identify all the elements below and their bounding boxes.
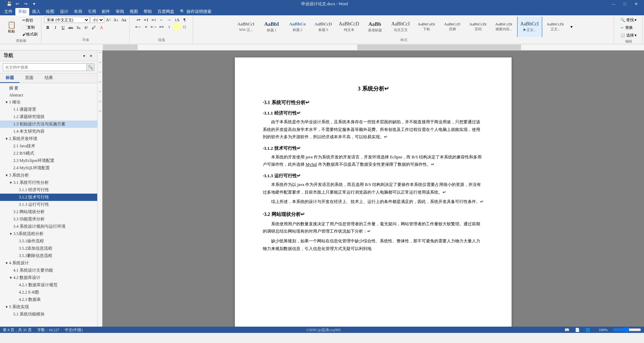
paste-button[interactable]: 📋 粘贴 <box>3 17 20 38</box>
numbering-button[interactable]: ≡1 <box>143 17 150 23</box>
nav-item-3-1-1[interactable]: 3.1.1 经济可行性 <box>0 186 97 194</box>
menu-file[interactable]: 文件 <box>1 8 15 15</box>
minimize-button[interactable]: — <box>608 0 619 7</box>
menu-references[interactable]: 引用 <box>85 8 99 15</box>
style-body-active[interactable]: AaBbCcI ▶正文... <box>517 17 542 37</box>
shrink-font-button[interactable]: A↓ <box>113 17 120 23</box>
nav-tab-headings[interactable]: 标题 <box>0 73 20 83</box>
bullets-button[interactable]: ≡• <box>135 17 142 23</box>
nav-item-1-4[interactable]: 1.4 本文研究内容 <box>0 128 97 135</box>
underline-button[interactable]: U <box>60 24 67 31</box>
document-area[interactable]: 3 系统分析↵ ·3.1 系统可行性分析↵ ·3.1.1 经济可行性↵ 由于本系… <box>102 50 644 327</box>
maximize-button[interactable]: □ <box>620 0 630 7</box>
nav-item-abstract-en[interactable]: Abstract <box>0 92 97 99</box>
nav-item-3-1[interactable]: ▼3.1 系统可行性分析 <box>0 179 97 186</box>
style-subscript[interactable]: AaBbCoDt 下标 <box>414 17 439 37</box>
shading-button[interactable] <box>174 24 181 30</box>
cut-button[interactable]: ✂ 剪切 <box>21 17 39 23</box>
nav-item-2-1[interactable]: 2.1 Java技术 <box>0 142 97 150</box>
select-button[interactable]: ⬜ 选择 ▾ <box>619 32 638 38</box>
nav-item-3-1-3[interactable]: 3.1.3 运行可行性 <box>0 201 97 208</box>
style-plain[interactable]: AaBbCcD 纯文本 <box>337 17 362 37</box>
justify-button[interactable]: ≡≡ <box>158 24 165 30</box>
subscript-button[interactable]: X₂ <box>75 24 82 31</box>
align-center-button[interactable]: ≡ <box>143 24 150 30</box>
nav-tab-pages[interactable]: 页面 <box>20 73 39 83</box>
line-spacing-button[interactable]: ↕ <box>166 24 173 30</box>
italic-button[interactable]: I <box>52 24 59 31</box>
multilevel-button[interactable]: ≡↕ <box>151 17 158 23</box>
save-button[interactable]: 💾 <box>6 0 13 7</box>
nav-item-3-5-3[interactable]: 3.5.3删除信息流程 <box>0 252 97 259</box>
zoom-slider[interactable] <box>613 328 641 332</box>
redo-button[interactable]: ↪ <box>22 0 29 7</box>
nav-search-button[interactable]: 🔍 <box>87 63 94 71</box>
align-left-button[interactable]: ≡← <box>135 24 142 30</box>
nav-item-2-3[interactable]: 2.3 MyEclipse环境配置 <box>0 157 97 164</box>
menu-search[interactable]: 🔍 操作说明搜索 <box>177 8 214 15</box>
clear-format-button[interactable]: Aa <box>120 17 127 23</box>
nav-item-1-1[interactable]: 1.1 课题背景 <box>0 106 97 113</box>
nav-menu-button[interactable]: ▾ <box>81 53 87 59</box>
nav-item-3-4[interactable]: 3.4 系统设计规则与运行环境 <box>0 223 97 230</box>
view-read-button[interactable]: 📖 <box>565 328 569 332</box>
menu-mail[interactable]: 邮件 <box>99 8 113 15</box>
nav-item-2-2[interactable]: 2.2 B/S模式 <box>0 150 97 157</box>
nav-item-3-5[interactable]: ▼3.5系统流程分析 <box>0 230 97 237</box>
nav-item-1-2[interactable]: 1.2 课题研究现状 <box>0 113 97 120</box>
menu-view[interactable]: 视图 <box>127 8 141 15</box>
nav-item-4-2[interactable]: ▼4.2 数据库设计 <box>0 274 97 281</box>
align-right-button[interactable]: ≡→ <box>151 24 158 30</box>
nav-item-3-3[interactable]: 3.3 功能需求分析 <box>0 216 97 223</box>
font-color-button[interactable]: A <box>98 24 105 31</box>
menu-review[interactable]: 审阅 <box>113 8 127 15</box>
style-abstract[interactable]: AaBbCcDt 摘要内容... <box>491 17 516 37</box>
menu-help[interactable]: 帮助 <box>141 8 155 15</box>
sort-button[interactable]: ↕A <box>174 17 181 23</box>
superscript-button[interactable]: X² <box>83 24 90 31</box>
nav-item-4-2-1[interactable]: 4.2.1 数据库设计规范 <box>0 281 97 289</box>
menu-insert[interactable]: 插入 <box>29 8 43 15</box>
style-h9[interactable]: AaBbCcD 标题 9 <box>311 17 336 37</box>
nav-item-4-2-2[interactable]: 4.2.2 E-R图 <box>0 289 97 296</box>
style-thesis[interactable]: AaBbCcI 论文正文 <box>388 17 413 37</box>
highlight-button[interactable]: 🖊 <box>90 24 97 31</box>
style-pagenum[interactable]: AaBbCcDt 页码 <box>466 17 491 37</box>
styles-scroll-down[interactable]: ▾ <box>569 17 574 37</box>
nav-item-1-3[interactable]: 1.3 初始设计方法与实施方案 <box>0 120 97 128</box>
qa-dropdown-button[interactable]: ▾ <box>31 0 38 7</box>
decrease-indent-button[interactable]: ← <box>158 17 165 23</box>
nav-item-abstract[interactable]: 摘 要 <box>0 85 97 92</box>
nav-close-button[interactable]: ✕ <box>88 53 94 59</box>
style-footer[interactable]: AaBbCcD 页脚 <box>440 17 465 37</box>
nav-item-3-2[interactable]: 3.2 网站现状分析 <box>0 208 97 216</box>
menu-home[interactable]: 开始 <box>15 8 29 15</box>
increase-indent-button[interactable]: → <box>166 17 173 23</box>
nav-item-5-1[interactable]: 5.1 系统功能模块 <box>0 311 97 318</box>
menu-baidu[interactable]: 百度网盘 <box>155 8 177 15</box>
menu-draw[interactable]: 绘图 <box>43 8 57 15</box>
nav-item-4-2-3[interactable]: 4.2.3 数据表 <box>0 296 97 303</box>
style-ww[interactable]: AaBbCcI WW-正... <box>233 17 259 37</box>
nav-item-3-5-1[interactable]: 3.5.1操作流程 <box>0 237 97 245</box>
view-page-button[interactable]: 📄 <box>575 328 580 332</box>
style-h1[interactable]: AaBbI 标题 1 <box>259 17 284 37</box>
nav-item-ch5[interactable]: ▼5 系统实现 <box>0 303 97 311</box>
nav-item-ch4[interactable]: ▼4 系统设计 <box>0 259 97 267</box>
view-web-button[interactable]: 🌐 <box>585 328 590 332</box>
style-base[interactable]: AaBb 基准标题 <box>362 17 388 37</box>
font-name-select[interactable]: 宋体 (中文正文) <box>44 17 90 23</box>
nav-item-4-1[interactable]: 4.1 系统设计主要功能 <box>0 267 97 274</box>
close-button[interactable]: ✕ <box>631 0 641 7</box>
style-body2[interactable]: AaBbCcDt 正文... <box>543 17 568 37</box>
find-button[interactable]: 🔍 查找 ▾ <box>619 17 638 23</box>
grow-font-button[interactable]: A↑ <box>105 17 112 23</box>
nav-item-2-4[interactable]: 2.4 MySQL环境配置 <box>0 164 97 172</box>
undo-button[interactable]: ↩ <box>14 0 21 7</box>
nav-item-ch3[interactable]: ▼3 系统分析 <box>0 172 97 179</box>
nav-item-3-1-2[interactable]: 3.1.2 技术可行性 <box>0 194 97 201</box>
menu-layout[interactable]: 布局 <box>71 8 85 15</box>
bold-button[interactable]: B <box>44 24 51 31</box>
copy-button[interactable]: 📄 复制 <box>21 24 39 30</box>
nav-item-3-5-2[interactable]: 3.5.2添加信息流程 <box>0 245 97 252</box>
